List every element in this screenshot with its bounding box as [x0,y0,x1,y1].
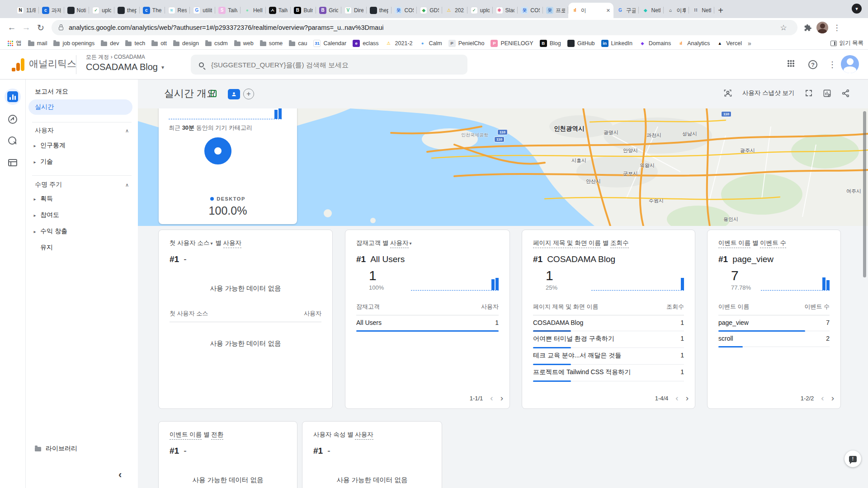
help-icon[interactable]: ? [808,60,817,69]
prev-page-icon[interactable]: ‹ [675,393,678,403]
card-title[interactable]: 이벤트 이름 별 이벤트 수 [718,239,830,247]
tab-close-icon[interactable]: ✕ [606,8,610,14]
bookmark-item[interactable]: in LinkedIn [598,38,636,48]
browser-tab[interactable]: ㅅ Tailw [266,3,291,18]
reload-button[interactable]: ↻ [33,20,48,35]
browser-tab[interactable]: G 구글 [613,3,639,18]
browser-tab[interactable]: 웃 COS [518,3,543,18]
profile-avatar[interactable] [816,22,828,33]
bookmark-item[interactable]: 31 Calendar [310,38,349,48]
bookmark-item[interactable]: ● Calm [416,38,445,48]
browser-tab[interactable]: B Grid [316,3,341,18]
sidebar-item-engagement[interactable]: ▸ 참여도 [26,207,138,223]
sidebar-section-users[interactable]: 사용자 ∧ [26,123,138,138]
bookmark-item[interactable]: B Blog [537,38,564,48]
sidebar-item-acquisition[interactable]: ▸ 획득 [26,191,138,207]
next-page-icon[interactable]: › [831,393,834,403]
customize-report-icon[interactable] [823,89,831,98]
bookmark-item[interactable]: GitHub [564,38,598,48]
sidebar-collapse-icon[interactable]: ‹ [118,469,122,481]
bookmark-item[interactable]: tech [122,38,148,48]
nav-advertising-icon[interactable] [5,133,21,149]
tab-search-button[interactable]: ▾ [852,4,862,14]
bookmark-item[interactable]: ⚠ 2021-2 [382,38,416,48]
browser-tab[interactable]: ıl 이 ✕ [568,3,613,18]
sidebar-item-retention[interactable]: 유지 [26,239,138,256]
realtime-map[interactable]: 인천광역시인천국제공항광명시과천시안양시성남시광주시시흥시의왕시군포시안산시수원… [138,108,868,226]
reading-list-button[interactable]: 읽기 목록 [830,39,863,47]
bookmarks-overflow-icon[interactable]: » [745,40,754,47]
browser-tab[interactable]: Notif [64,3,90,18]
browser-tab[interactable]: thep [367,3,392,18]
url-input[interactable] [68,23,772,32]
sidebar-item-realtime[interactable]: 실시간 [28,99,132,115]
nav-reports-icon[interactable] [5,89,21,105]
bookmark-item[interactable]: dev [98,38,122,48]
apps-shortcut[interactable]: 앱 [5,38,25,48]
browser-tab[interactable]: c The [140,3,165,18]
browser-tab[interactable]: V Dire [341,3,367,18]
bookmark-item[interactable]: ott [148,38,170,48]
browser-tab[interactable]: S Tailw [215,3,241,18]
card-title[interactable]: 잠재고객 별 사용자▾ [356,239,499,247]
forward-button[interactable]: → [19,20,33,35]
new-tab-button[interactable]: + [714,4,727,17]
card-title[interactable]: 첫 사용자 소스▾ 별 사용자 [170,239,321,247]
bookmark-item[interactable]: P PENIELOGY [487,38,536,48]
next-page-icon[interactable]: › [500,393,503,403]
card-title[interactable]: 페이지 제목 및 화면 이름 별 조회수 [533,239,684,247]
search-input[interactable] [210,61,459,69]
analytics-logo-icon[interactable] [12,58,25,71]
bookmark-item[interactable]: e eclass [349,38,382,48]
bookmark-item[interactable]: ıl Analytics [674,38,713,48]
browser-tab[interactable]: ⚠ 2021 [442,3,467,18]
browser-tab[interactable]: B Bulm [291,3,316,18]
nav-configure-icon[interactable] [5,155,21,171]
browser-tab[interactable]: ◆ GDS [417,3,442,18]
bookmark-item[interactable]: cau [286,38,310,48]
browser-tab[interactable]: thep [114,3,140,18]
card-title[interactable]: 사용자 속성 별 사용자 [313,431,431,439]
account-avatar[interactable] [841,55,859,73]
browser-tab[interactable]: ✓ uplo [467,3,493,18]
browser-tab[interactable]: 웃 COS [392,3,417,18]
browser-tab[interactable]: ∷ Netl [689,3,714,18]
bookmark-item[interactable]: job openings [50,38,98,48]
sidebar-section-lifecycle[interactable]: 수명 주기 ∧ [26,177,138,192]
browser-tab[interactable]: 웃 프로젝 [543,3,568,18]
browser-tab[interactable]: ◆ Netl [639,3,664,18]
header-menu-icon[interactable]: ⋮ [827,60,837,70]
sidebar-item-monetization[interactable]: ▸ 수익 창출 [26,223,138,239]
browser-tab[interactable]: N 11/8 [14,3,39,18]
sidebar-item-demographics[interactable]: ▸ 인구통계 [26,137,138,154]
bookmark-item[interactable]: ▲ Vercel [713,38,745,48]
browser-tab[interactable]: ● Hell [241,3,266,18]
bookmark-item[interactable]: P PenielCho [445,38,488,48]
share-icon[interactable] [841,89,850,98]
app-switcher-icon[interactable] [788,60,794,66]
bookmark-item[interactable]: csdm [202,38,231,48]
address-bar[interactable]: ☆ [52,20,797,35]
browser-tab[interactable]: c 과제: [39,3,64,18]
sidebar-item-library[interactable]: 라이브러리 [26,441,138,456]
sidebar-item-overview[interactable]: 보고서 개요 [26,84,138,99]
extensions-puzzle-icon[interactable] [801,21,815,34]
comparison-chip[interactable] [228,89,240,99]
nav-explore-icon[interactable] [5,111,21,127]
prev-page-icon[interactable]: ‹ [821,393,824,403]
bookmark-star-icon[interactable]: ☆ [777,21,790,34]
prev-page-icon[interactable]: ‹ [490,393,493,403]
browser-tab[interactable]: ✓ uplo [89,3,114,18]
sidebar-item-tech[interactable]: ▸ 기술 [26,154,138,170]
browser-tab[interactable]: ✻ Slac [493,3,518,18]
fullscreen-icon[interactable] [805,89,813,97]
user-snapshot-label[interactable]: 사용자 스냅샷 보기 [742,89,795,97]
data-quality-icon[interactable] [211,90,217,97]
browser-tab[interactable]: G utilit [190,3,215,18]
browser-menu-icon[interactable]: ⋮ [830,21,844,34]
bookmark-item[interactable]: design [170,38,202,48]
vertical-scrollbar[interactable] [863,111,866,277]
add-comparison-button[interactable]: + [243,89,254,99]
next-page-icon[interactable]: › [686,393,689,403]
card-title[interactable]: 이벤트 이름 별 전환 [170,431,286,439]
